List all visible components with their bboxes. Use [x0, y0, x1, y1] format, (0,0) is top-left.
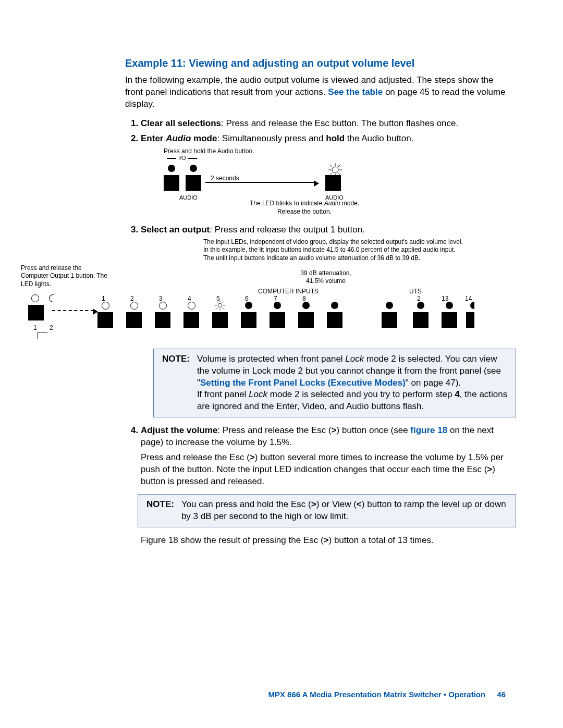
- step2-bold-a: Enter: [141, 133, 166, 143]
- d1-led-1: [168, 165, 175, 172]
- step-3: Select an output: Press and release the …: [141, 224, 506, 418]
- d1-button-1: [164, 175, 179, 191]
- d2-led-filled: [470, 302, 474, 309]
- step4-gt-3: >: [487, 464, 492, 474]
- note2-a: You can press and hold the Esc (: [181, 499, 311, 509]
- d2-led-empty: [159, 302, 167, 310]
- step-1: Clear all selections: Press and release …: [141, 118, 506, 130]
- d1-2sec-label: 2 seconds: [211, 174, 239, 182]
- d2-arrow: [52, 310, 94, 311]
- svg-point-0: [332, 167, 338, 173]
- svg-line-17: [216, 307, 217, 309]
- d2-led-filled: [446, 302, 453, 309]
- note1-link[interactable]: Setting the Front Panel Locks (Executive…: [200, 378, 406, 388]
- step4-b: ) button once (see: [337, 425, 411, 435]
- d2-input-button: [212, 312, 228, 328]
- note2-lt: <: [357, 499, 362, 509]
- note1-d: If front panel: [197, 389, 249, 399]
- footer-text: MPX 866 A Media Presentation Matrix Swit…: [268, 690, 485, 699]
- svg-line-7: [338, 165, 340, 167]
- d2-computer-inputs-label: COMPUTER INPUTS: [258, 287, 319, 295]
- diagram-1: Press and hold the Audio button. I/O 2 s…: [153, 147, 506, 220]
- d1-blink-i: Audio: [324, 200, 340, 207]
- d2-led-filled: [417, 302, 424, 309]
- note-box-1: NOTE: Volume is protected when front pan…: [153, 349, 516, 418]
- d2-input-button: [97, 312, 113, 328]
- d2-out-bracket: [38, 332, 47, 339]
- figtext-a: Figure 18 show the result of pressing th…: [141, 535, 324, 545]
- step3-rest: : Press and release the output 1 button.: [210, 225, 365, 235]
- page-footer: MPX 866 A Media Presentation Matrix Swit…: [0, 690, 563, 699]
- d2-input-button: [442, 312, 457, 328]
- d1-release: Release the button.: [277, 208, 332, 215]
- step2-hold: hold: [326, 133, 345, 143]
- d2-out-led: [31, 294, 39, 302]
- step4-gt-1: >: [332, 425, 337, 435]
- d2-out-num-1: 1: [33, 324, 37, 332]
- note1-lock-i2: Lock: [249, 389, 267, 399]
- d2-led-empty: [102, 302, 109, 310]
- d1-blink-a: The LED blinks to indicate: [250, 200, 324, 207]
- d2-led-empty: [188, 302, 195, 310]
- d2-input-button: [298, 312, 314, 328]
- step-2: Enter Audio mode: Simultaneously press a…: [141, 133, 506, 220]
- step4-link[interactable]: figure 18: [410, 425, 447, 435]
- d2-out-led-partial: [49, 294, 54, 302]
- d2-led-filled: [274, 302, 281, 309]
- step3-bold: Select an output: [141, 225, 210, 235]
- note1-a: Volume is protected when front panel: [197, 354, 345, 364]
- d2-39db-text: 39 dB attenuation, 41.5% volume: [295, 269, 357, 285]
- document-page: Example 11: Viewing and adjusting an out…: [0, 0, 563, 547]
- d2-blink-icon: [214, 300, 226, 313]
- d2-led-filled: [245, 302, 252, 309]
- d2-input-button: [241, 312, 256, 328]
- d2-led-empty: [130, 302, 138, 310]
- note2-label: NOTE:: [146, 499, 174, 523]
- step1-rest: : Press and release the Esc button. The …: [221, 118, 458, 128]
- intro-paragraph: In the following example, the audio outp…: [125, 75, 506, 110]
- note1-e: mode 2 is selected and you try to perfor…: [267, 389, 455, 399]
- intro-link[interactable]: See the table: [328, 87, 383, 97]
- steps-list: Clear all selections: Press and release …: [125, 118, 506, 449]
- d2-top1: The input LEDs, independent of video gro…: [203, 238, 474, 246]
- step4-a: : Press and release the Esc (: [217, 425, 331, 435]
- note2-gt: >: [311, 499, 316, 509]
- step2-bold-b: mode: [191, 133, 217, 143]
- note2-b: ) or View (: [316, 499, 357, 509]
- example-title: Example 11: Viewing and adjusting an out…: [125, 57, 506, 69]
- svg-line-14: [216, 302, 217, 303]
- note-box-2: NOTE: You can press and hold the Esc (>)…: [138, 494, 516, 527]
- footer-page-number: 46: [497, 690, 506, 699]
- step2-audio-italic: Audio: [166, 133, 191, 143]
- d2-out-button-1: [28, 305, 44, 320]
- d2-input-button: [183, 312, 199, 328]
- d1-io-label: I/O: [178, 154, 186, 162]
- figtext-b: ) button a total of 13 times.: [329, 535, 434, 545]
- svg-point-9: [218, 303, 222, 307]
- note1-body: Volume is protected when front panel Loc…: [197, 353, 509, 413]
- note2-body: You can press and hold the Esc (>) or Vi…: [181, 499, 509, 523]
- d2-input-button: [413, 312, 429, 328]
- d2-input-button: [327, 312, 342, 328]
- d1-button-3: [325, 175, 341, 191]
- step-4: Adjust the volume: Press and release the…: [141, 425, 506, 449]
- note1-four: 4: [455, 389, 459, 399]
- d2-top2: In this example, the lit input buttons i…: [203, 246, 474, 254]
- figtext-gt: >: [324, 535, 329, 545]
- step2-rest-a: : Simultaneously press and: [217, 133, 326, 143]
- d1-blink-b: mode.: [340, 200, 359, 207]
- d2-input-button: [126, 312, 142, 328]
- step1-bold: Clear all selections: [141, 118, 221, 128]
- d2-input-button: [466, 312, 474, 328]
- d2-press-text: Press and release the Computer Output 1 …: [21, 264, 109, 289]
- d2-out-num-2: 2: [50, 324, 53, 332]
- d2-led-filled: [302, 302, 310, 309]
- d1-led-2: [190, 165, 197, 172]
- d1-audio-label-1: AUDIO: [179, 194, 198, 202]
- d2-led-filled: [331, 302, 338, 309]
- d1-press-text: Press and hold the Audio button.: [164, 147, 254, 155]
- step4-bold: Adjust the volume: [141, 425, 217, 435]
- d2-input-button: [382, 312, 397, 328]
- step4-para2: Press and release the Esc (>) button sev…: [141, 452, 506, 547]
- svg-line-16: [223, 302, 224, 303]
